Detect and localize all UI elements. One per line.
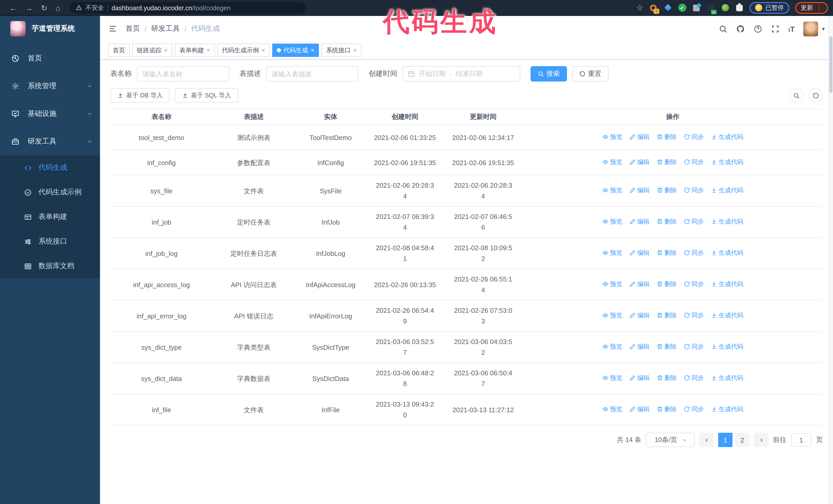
date-range-picker[interactable]: 开始日期 - 结束日期: [402, 66, 520, 81]
table-name-input[interactable]: [137, 66, 229, 81]
extension-icon-on[interactable]: on: [706, 3, 715, 12]
sidebar-item-system[interactable]: 系统管理: [0, 72, 100, 100]
action-sync[interactable]: 同步: [684, 216, 704, 227]
sidebar-subitem-codegen-example[interactable]: 代码生成示例: [0, 180, 100, 205]
tag-view-tab[interactable]: 代码生成示例×: [217, 44, 270, 57]
close-icon[interactable]: ×: [353, 47, 357, 53]
window-scrollbar[interactable]: [828, 16, 833, 504]
close-icon[interactable]: ×: [164, 47, 168, 53]
action-edit[interactable]: 编辑: [629, 216, 649, 227]
help-icon[interactable]: [754, 24, 762, 33]
action-eye[interactable]: 预览: [602, 373, 622, 384]
action-edit[interactable]: 编辑: [629, 185, 649, 196]
reset-button[interactable]: 重置: [572, 66, 609, 81]
action-download[interactable]: 生成代码: [711, 248, 743, 258]
sidebar-item-infra[interactable]: 基础设施: [0, 100, 100, 128]
action-edit[interactable]: 编辑: [629, 341, 649, 352]
action-download[interactable]: 生成代码: [711, 216, 743, 227]
extension-icon-gem[interactable]: [663, 3, 672, 12]
breadcrumb-item[interactable]: 研发工具: [151, 24, 180, 33]
action-eye[interactable]: 预览: [602, 341, 622, 352]
action-eye[interactable]: 预览: [602, 216, 622, 227]
action-eye[interactable]: 预览: [602, 310, 622, 321]
action-download[interactable]: 生成代码: [711, 157, 743, 168]
tag-view-tab[interactable]: 首页: [108, 44, 130, 57]
action-delete[interactable]: 删除: [657, 157, 677, 168]
action-edit[interactable]: 编辑: [629, 310, 649, 321]
browser-forward-icon[interactable]: →: [25, 4, 33, 11]
refresh-button[interactable]: [808, 88, 823, 102]
action-edit[interactable]: 编辑: [629, 132, 649, 143]
url-text[interactable]: dashboard.yudao.iocoder.cn/tool/codegen: [112, 3, 231, 12]
action-download[interactable]: 生成代码: [711, 404, 743, 415]
action-eye[interactable]: 预览: [602, 248, 622, 258]
action-sync[interactable]: 同步: [684, 279, 704, 290]
table-desc-input[interactable]: [266, 66, 358, 81]
action-sync[interactable]: 同步: [684, 185, 704, 196]
import-db-button[interactable]: 基于 DB 导入: [110, 88, 170, 102]
sidebar-subitem-form-builder[interactable]: 表单构建: [0, 205, 100, 229]
browser-home-icon[interactable]: ⌂: [56, 4, 60, 11]
action-sync[interactable]: 同步: [684, 132, 704, 143]
action-delete[interactable]: 删除: [657, 216, 677, 227]
action-edit[interactable]: 编辑: [629, 404, 649, 415]
tag-view-tab[interactable]: 代码生成×: [272, 44, 319, 57]
breadcrumb-item[interactable]: 首页: [125, 24, 140, 33]
action-eye[interactable]: 预览: [602, 132, 622, 143]
goto-page-input[interactable]: [791, 433, 811, 447]
sidebar-subitem-db-doc[interactable]: 数据库文档: [0, 254, 100, 279]
bookmark-star-icon[interactable]: ☆: [636, 3, 643, 12]
action-sync[interactable]: 同步: [684, 157, 704, 168]
extension-icon-green[interactable]: [721, 3, 730, 12]
sidebar-subitem-system-api[interactable]: 系统接口: [0, 229, 100, 254]
address-bar[interactable]: 不安全 dashboard.yudao.iocoder.cn/tool/code…: [69, 2, 305, 14]
scrollbar-thumb[interactable]: [829, 37, 832, 93]
action-delete[interactable]: 删除: [657, 248, 677, 258]
next-page-button[interactable]: [754, 433, 768, 447]
search-icon[interactable]: [719, 24, 728, 33]
browser-reload-icon[interactable]: ↻: [41, 4, 47, 11]
security-label[interactable]: 不安全: [85, 3, 104, 12]
sidebar-subitem-codegen[interactable]: 代码生成: [0, 155, 100, 180]
sidebar-item-home[interactable]: 首页: [0, 45, 100, 72]
browser-back-icon[interactable]: ←: [9, 4, 17, 11]
user-menu[interactable]: ▾: [804, 21, 825, 36]
sidebar-item-devtools[interactable]: 研发工具: [0, 128, 100, 155]
toggle-search-button[interactable]: [789, 88, 803, 102]
action-sync[interactable]: 同步: [684, 373, 704, 384]
action-download[interactable]: 生成代码: [711, 132, 743, 143]
prev-page-button[interactable]: [699, 433, 714, 447]
hamburger-icon[interactable]: [108, 25, 117, 33]
action-sync[interactable]: 同步: [684, 310, 704, 321]
action-delete[interactable]: 删除: [657, 404, 677, 415]
update-button[interactable]: 更新 ⋮: [795, 2, 828, 14]
page-button-2[interactable]: 2: [735, 433, 749, 447]
action-delete[interactable]: 删除: [657, 279, 677, 290]
extensions-puzzle-icon[interactable]: [735, 3, 744, 12]
action-eye[interactable]: 预览: [602, 279, 622, 290]
close-icon[interactable]: ×: [207, 47, 210, 53]
sidebar-logo-row[interactable]: 芋道管理系统: [0, 16, 100, 42]
action-delete[interactable]: 删除: [657, 132, 677, 143]
action-delete[interactable]: 删除: [657, 341, 677, 352]
close-icon[interactable]: ×: [311, 47, 314, 53]
action-download[interactable]: 生成代码: [711, 310, 743, 321]
tag-view-tab[interactable]: 系统接口×: [322, 44, 361, 57]
extension-icon-grid[interactable]: [692, 3, 701, 12]
action-edit[interactable]: 编辑: [629, 157, 649, 168]
search-button[interactable]: 搜索: [530, 66, 567, 81]
action-eye[interactable]: 预览: [602, 404, 622, 415]
action-edit[interactable]: 编辑: [629, 248, 649, 258]
action-sync[interactable]: 同步: [684, 404, 704, 415]
action-sync[interactable]: 同步: [684, 248, 704, 258]
action-edit[interactable]: 编辑: [629, 279, 649, 290]
action-sync[interactable]: 同步: [684, 341, 704, 352]
tag-view-tab[interactable]: 链路追踪×: [132, 44, 172, 57]
action-eye[interactable]: 预览: [602, 185, 622, 196]
github-icon[interactable]: [736, 24, 745, 33]
action-eye[interactable]: 预览: [602, 157, 622, 168]
action-download[interactable]: 生成代码: [711, 373, 743, 384]
action-delete[interactable]: 删除: [657, 373, 677, 384]
action-download[interactable]: 生成代码: [711, 279, 743, 290]
action-download[interactable]: 生成代码: [711, 185, 743, 196]
